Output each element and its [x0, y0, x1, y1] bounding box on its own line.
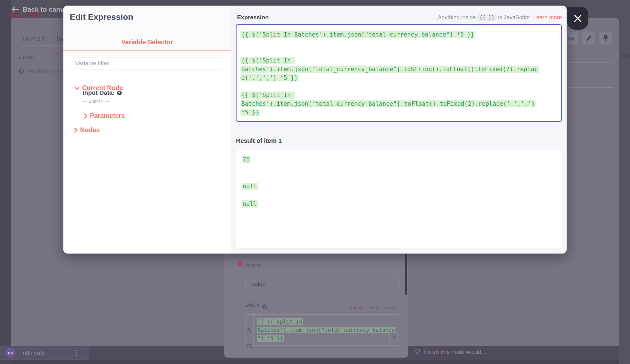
expression-preview-value: 75 [246, 343, 252, 350]
items-count: 1 item [18, 54, 34, 60]
canvas-node-label-fragment: mpr [621, 52, 630, 60]
node-wish-input[interactable]: I wish this node would... [415, 349, 486, 355]
kebab-menu-icon[interactable] [76, 350, 77, 356]
hint-prefix: Anything inside [438, 14, 476, 21]
chevron-down-icon [75, 86, 80, 90]
result-values: 75nullnull [242, 155, 556, 208]
hint-braces: {{ }} [478, 14, 496, 21]
account-area[interactable]: nv n8n vultr [0, 346, 89, 360]
input-data-label: Input Data: [83, 89, 115, 97]
fixed-expression-toggle[interactable]: Fixed Expression [349, 305, 396, 311]
tree-input-data: Input Data: [83, 89, 122, 97]
learn-more-link[interactable]: Learn more [533, 14, 562, 21]
empty-label: --- EMPTY --- [83, 99, 109, 103]
fx-icon: fx [245, 315, 254, 345]
trash-icon[interactable] [237, 260, 243, 267]
help-icon[interactable]: ? [262, 304, 267, 310]
value-field-label: Value [245, 302, 260, 309]
variable-selector-panel: Edit Expression Variable Selector Curren… [63, 6, 231, 254]
toggle-expression-label[interactable]: Expression [369, 305, 396, 311]
avatar: nv [5, 348, 16, 358]
no-data-row: i No data to sh [18, 68, 63, 74]
chevron-right-icon [84, 114, 87, 119]
canvas-node-label-fragment: ra ( [620, 136, 630, 151]
chevron-right-icon [74, 128, 78, 133]
name-field-value: value [252, 281, 266, 287]
hint-suffix: is JavaScript. [498, 14, 531, 21]
expression-editor[interactable]: {{ $('Split In Batches').item.json["tota… [236, 24, 562, 122]
modal-title: Edit Expression [70, 12, 133, 22]
name-field-label: Name [245, 262, 261, 269]
toggle-fixed-label[interactable]: Fixed [349, 305, 362, 311]
tree-nodes[interactable]: Nodes [74, 126, 100, 134]
expression-heading: Expression [237, 14, 269, 21]
name-field-input[interactable]: value [245, 276, 398, 292]
value-expression-field[interactable]: fx {{ $('Split InBatches').item.json["to… [245, 314, 399, 346]
info-icon: i [18, 68, 24, 74]
close-icon [573, 14, 583, 23]
variable-filter-input[interactable] [71, 57, 224, 69]
expression-panel: Expression Anything inside {{ }} is Java… [231, 6, 567, 254]
tab-input[interactable]: INPUT [18, 33, 52, 45]
result-box: 75nullnull [236, 150, 562, 249]
parameters-label: Parameters [90, 112, 125, 120]
output-tab-label: na [568, 35, 574, 42]
pane-scrollbar[interactable] [405, 253, 407, 295]
next-field-partial[interactable] [245, 353, 399, 358]
nodes-label: Nodes [80, 126, 100, 134]
ndv-footer-base [11, 360, 619, 364]
expand-expression-icon[interactable] [389, 332, 399, 342]
expression-code: {{ $('Split In Batches').item.json["tota… [240, 30, 557, 117]
tab-variable-selector[interactable]: Variable Selector [63, 38, 231, 46]
close-button[interactable] [567, 7, 588, 30]
edit-name-button[interactable] [582, 32, 595, 45]
wish-placeholder: I wish this node would... [424, 349, 486, 355]
expression-hint: Anything inside {{ }} is JavaScript. Lea… [438, 14, 562, 21]
account-name: n8n vultr [23, 349, 45, 356]
no-data-label: No data to sh [28, 68, 63, 74]
modal-header: Edit Expression Variable Selector [63, 6, 231, 50]
bg-expression-code: {{ $('Split InBatches').item.json["total… [254, 315, 399, 345]
left-sidebar [0, 0, 11, 364]
edit-expression-modal: Edit Expression Variable Selector Curren… [63, 6, 567, 254]
lightbulb-icon [415, 349, 420, 355]
node-output-icon [117, 91, 122, 95]
result-heading: Result of item 1 [236, 137, 282, 144]
app-root: Back to canvas n8n INPUT Sald 1 item i N… [0, 0, 630, 364]
tree-parameters[interactable]: Parameters [84, 112, 125, 120]
pin-data-button[interactable] [599, 32, 612, 45]
